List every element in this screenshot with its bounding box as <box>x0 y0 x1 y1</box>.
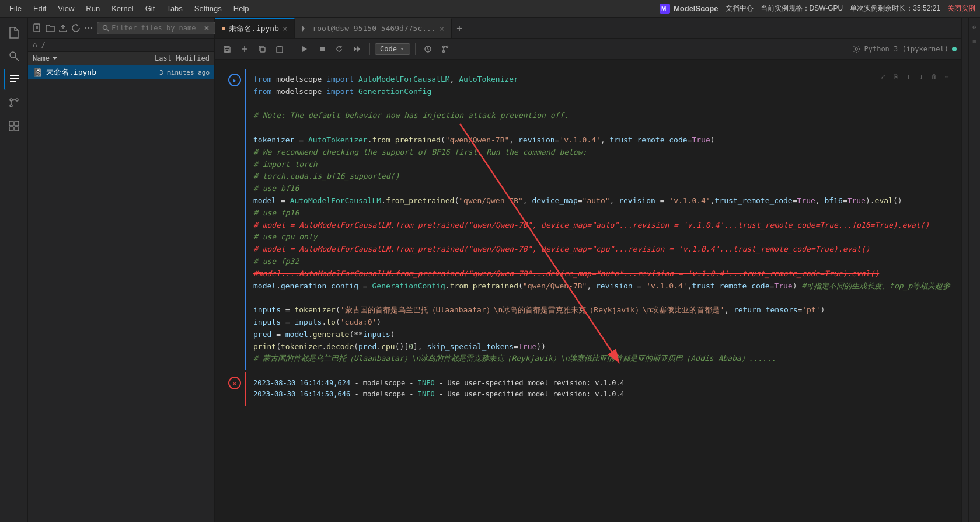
menu-item-view[interactable]: View <box>53 3 79 14</box>
activity-bar <box>0 18 28 522</box>
git-icon-button[interactable] <box>438 41 453 57</box>
settings-icon[interactable] <box>852 44 861 54</box>
code-line: # use fp16 <box>253 207 950 220</box>
cell-run-btn-1[interactable]: ▶ <box>224 69 245 370</box>
activity-explorer-icon[interactable] <box>4 69 25 90</box>
notebook-content[interactable]: ▶ ⤢ ⎘ ↑ ↓ 🗑 ⋯ from modelscope import Aut… <box>215 60 961 522</box>
svg-marker-35 <box>357 46 360 52</box>
fastforward-button[interactable] <box>350 41 365 57</box>
cell-add-above-button[interactable]: ↑ <box>902 71 914 83</box>
run-error-circle[interactable]: ✕ <box>228 377 241 389</box>
run-button[interactable] <box>297 41 312 57</box>
cell-more-button[interactable]: ⋯ <box>941 71 953 83</box>
minimap-scroll[interactable] <box>961 18 968 522</box>
cell-delete-button[interactable]: 🗑 <box>928 71 940 83</box>
logo-text: ModelScope <box>674 4 719 13</box>
svg-point-18 <box>85 27 86 28</box>
menu-item-settings[interactable]: Settings <box>190 3 226 14</box>
content-area: 未命名.ipynb × root@dsw-95150-5469d775c... … <box>215 18 961 522</box>
menu-item-tabs[interactable]: Tabs <box>162 3 187 14</box>
col-modified-header[interactable]: Last Modified <box>139 54 210 62</box>
new-folder-button[interactable] <box>46 22 55 34</box>
svg-rect-33 <box>320 47 325 51</box>
tab-dot <box>222 27 225 30</box>
code-line: model = AutoModelForCausalLM.from_pretra… <box>253 195 950 207</box>
close-instance[interactable]: 关闭实例 <box>947 4 975 13</box>
menu-item-run[interactable]: Run <box>81 3 104 14</box>
code-line: tokenizer = AutoTokenizer.from_pretraine… <box>253 134 950 147</box>
file-name-label: 未命名.ipynb <box>46 67 139 78</box>
sidebar: ⌂ / Name Last Modified 📓 未命名.ipynb 3 min… <box>28 18 215 522</box>
code-line <box>253 98 950 110</box>
cell-add-below-button[interactable]: ↓ <box>915 71 927 83</box>
save-button[interactable] <box>219 41 235 57</box>
svg-point-21 <box>103 25 107 29</box>
activity-search-icon[interactable] <box>4 46 25 67</box>
activity-files-icon[interactable] <box>4 22 25 43</box>
restart-button[interactable] <box>332 41 347 57</box>
code-type-dropdown[interactable]: Code <box>375 43 410 55</box>
tab-add-button[interactable]: + <box>452 18 467 38</box>
code-line: # use cpu only <box>253 231 950 243</box>
right-gear-icon[interactable]: ⚙ <box>970 22 979 32</box>
kernel-name: Python 3 (ipykernel) <box>864 45 949 53</box>
menu-item-file[interactable]: File <box>5 3 26 14</box>
menu-item-help[interactable]: Help <box>229 3 254 14</box>
stop-button[interactable] <box>315 41 330 57</box>
code-line: # import torch <box>253 159 950 171</box>
svg-point-20 <box>91 27 92 28</box>
tab-notebook-label: 未命名.ipynb <box>229 23 279 34</box>
cell-body-1[interactable]: ⤢ ⎘ ↑ ↓ 🗑 ⋯ from modelscope import AutoM… <box>245 69 957 370</box>
cell-copy-button[interactable]: ⎘ <box>890 71 901 83</box>
new-file-button[interactable] <box>33 22 42 34</box>
code-line: # 蒙古国的首都是乌兰巴托（Ulaanbaatar）\n冰岛的首都是雷克雅未克（… <box>253 353 950 365</box>
code-line: # model = AutoModelForCausalLM.from_pret… <box>253 243 950 256</box>
tab-close-icon[interactable]: × <box>283 25 287 33</box>
code-line: pred = model.generate(**inputs) <box>253 329 950 341</box>
svg-rect-11 <box>15 121 19 126</box>
right-settings-icon[interactable]: ⊞ <box>970 36 979 46</box>
code-cell-1: ▶ ⤢ ⎘ ↑ ↓ 🗑 ⋯ from modelscope import Aut… <box>224 69 952 370</box>
svg-rect-26 <box>225 50 229 52</box>
notebook-icon: 📓 <box>33 68 43 77</box>
tab-notebook[interactable]: 未命名.ipynb × <box>215 18 295 38</box>
terminal-icon <box>302 25 309 32</box>
tab-terminal[interactable]: root@dsw-95150-5469d775c... × <box>295 18 452 38</box>
kernel-info: Python 3 (ipykernel) <box>852 44 957 54</box>
search-input[interactable] <box>111 24 201 32</box>
code-line: # We recommend checking the support of B… <box>253 147 950 159</box>
menu-item-git[interactable]: Git <box>141 3 160 14</box>
breadcrumb[interactable]: ⌂ / <box>28 39 214 52</box>
tab-terminal-label: root@dsw-95150-5469d775c... <box>312 24 435 33</box>
code-line: model.generation_config = GenerationConf… <box>253 280 950 293</box>
copy-cell-button[interactable] <box>254 41 270 57</box>
svg-point-39 <box>442 46 444 47</box>
doc-center[interactable]: 文档中心 <box>726 4 754 13</box>
menu-item-kernel[interactable]: Kernel <box>107 3 138 14</box>
code-line: from modelscope import AutoModelForCausa… <box>253 74 950 86</box>
svg-rect-30 <box>260 47 265 52</box>
menu-right: M ModelScope 文档中心 当前实例规格：DSW-GPU 单次实例剩余时… <box>660 4 975 14</box>
time-icon-button[interactable] <box>420 41 435 57</box>
file-item-notebook[interactable]: 📓 未命名.ipynb 3 minutes ago <box>28 65 214 79</box>
add-cell-button[interactable] <box>237 41 252 57</box>
refresh-button[interactable] <box>71 22 81 34</box>
cell-run-error-btn[interactable]: ✕ <box>224 372 245 406</box>
search-box[interactable] <box>97 22 215 34</box>
svg-text:M: M <box>661 6 666 12</box>
run-circle-1[interactable]: ▶ <box>228 74 241 86</box>
tab-terminal-close-icon[interactable]: × <box>440 25 444 33</box>
menu-item-edit[interactable]: Edit <box>29 3 51 14</box>
col-name-header[interactable]: Name <box>33 54 139 62</box>
activity-git-icon[interactable] <box>4 92 25 113</box>
more-actions-button[interactable] <box>84 22 93 34</box>
upload-button[interactable] <box>58 22 68 34</box>
svg-rect-12 <box>9 127 13 131</box>
svg-line-22 <box>107 29 109 31</box>
paste-cell-button[interactable] <box>272 41 287 57</box>
cell-expand-button[interactable]: ⤢ <box>877 71 888 83</box>
code-line <box>253 292 950 304</box>
dropdown-arrow-icon <box>399 46 405 52</box>
code-line: print(tokenizer.decode(pred.cpu()[0], sk… <box>253 341 950 353</box>
activity-extensions-icon[interactable] <box>4 116 25 137</box>
